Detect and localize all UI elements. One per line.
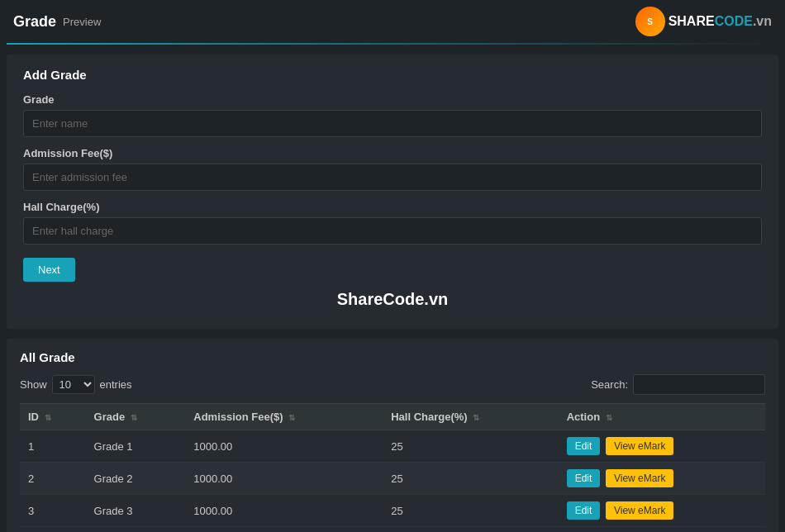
- cell-hall-charge: 25: [383, 463, 558, 495]
- logo: S SHARECODE.vn: [635, 7, 772, 36]
- cell-admission-fee: 1000.00: [185, 463, 383, 495]
- table-section-title: All Grade: [20, 350, 765, 364]
- show-entries-control: Show 10 25 50 100 entries: [20, 375, 132, 394]
- admission-fee-input[interactable]: [23, 164, 762, 191]
- entries-select[interactable]: 10 25 50 100: [52, 375, 95, 394]
- cell-hall-charge: 25: [383, 430, 558, 463]
- admission-fee-field-group: Admission Fee($): [23, 147, 762, 191]
- edit-button[interactable]: Edit: [567, 469, 601, 487]
- cell-id: 1: [20, 430, 86, 463]
- hall-charge-input[interactable]: [23, 217, 762, 245]
- cell-grade: Grade 1: [86, 430, 186, 463]
- show-label: Show: [20, 378, 47, 391]
- table-row: 2 Grade 2 1000.00 25 Edit View eMark: [20, 463, 765, 495]
- cell-hall-charge: 25: [383, 495, 558, 527]
- cell-admission-fee: 1000.00: [185, 430, 383, 463]
- logo-text: SHARECODE.vn: [668, 14, 772, 29]
- col-grade: Grade ⇅: [86, 404, 186, 430]
- grade-field-group: Grade: [23, 93, 762, 137]
- header: Grade Preview S SHARECODE.vn: [0, 0, 785, 43]
- cell-id: 2: [20, 463, 86, 495]
- watermark-text: ShareCode.vn: [23, 282, 762, 312]
- grade-input[interactable]: [23, 110, 762, 137]
- table-body: 1 Grade 1 1000.00 25 Edit View eMark 2 G…: [20, 430, 765, 527]
- search-label: Search:: [591, 378, 628, 391]
- add-grade-form: Add Grade Grade Admission Fee($) Hall Ch…: [7, 55, 778, 329]
- top-divider: [7, 43, 778, 45]
- edit-button[interactable]: Edit: [567, 437, 601, 455]
- admission-fee-label: Admission Fee($): [23, 147, 762, 159]
- page-title: Grade: [13, 13, 56, 31]
- form-section-title: Add Grade: [23, 68, 762, 82]
- col-hall-charge: Hall Charge(%) ⇅: [383, 404, 558, 430]
- table-header-row: ID ⇅ Grade ⇅ Admission Fee($) ⇅ Hall Cha…: [20, 404, 765, 430]
- cell-action: Edit View eMark: [559, 463, 765, 495]
- grade-label: Grade: [23, 93, 762, 106]
- sort-icon-admission: ⇅: [288, 413, 295, 422]
- sort-icon-action: ⇅: [606, 413, 612, 422]
- table-row: 1 Grade 1 1000.00 25 Edit View eMark: [20, 430, 765, 463]
- cell-id: 3: [20, 495, 86, 527]
- hall-charge-field-group: Hall Charge(%): [23, 201, 762, 245]
- table-controls: Show 10 25 50 100 entries Search:: [20, 374, 765, 395]
- sort-icon-hall: ⇅: [473, 413, 479, 422]
- cell-grade: Grade 3: [86, 495, 186, 527]
- grades-table: ID ⇅ Grade ⇅ Admission Fee($) ⇅ Hall Cha…: [20, 403, 765, 527]
- hall-charge-label: Hall Charge(%): [23, 201, 762, 213]
- sort-icon-grade: ⇅: [131, 413, 137, 422]
- all-grade-section: All Grade Show 10 25 50 100 entries Sear…: [7, 339, 778, 532]
- col-admission-fee: Admission Fee($) ⇅: [185, 404, 383, 430]
- sort-icon-id: ⇅: [45, 413, 51, 422]
- header-title-group: Grade Preview: [13, 13, 101, 31]
- logo-icon: S: [635, 7, 665, 36]
- edit-button[interactable]: Edit: [567, 501, 601, 520]
- entries-label: entries: [100, 378, 132, 391]
- cell-action: Edit View eMark: [559, 495, 765, 527]
- cell-admission-fee: 1000.00: [185, 495, 383, 527]
- preview-label: Preview: [63, 16, 101, 28]
- next-button[interactable]: Next: [23, 258, 75, 282]
- cell-grade: Grade 2: [86, 463, 186, 495]
- view-emark-button[interactable]: View eMark: [606, 501, 673, 520]
- cell-action: Edit View eMark: [559, 430, 765, 463]
- col-action: Action ⇅: [559, 404, 765, 430]
- table-row: 3 Grade 3 1000.00 25 Edit View eMark: [20, 495, 765, 527]
- view-emark-button[interactable]: View eMark: [606, 437, 673, 455]
- search-input[interactable]: [633, 374, 765, 395]
- view-emark-button[interactable]: View eMark: [606, 469, 673, 487]
- search-area: Search:: [591, 374, 765, 395]
- col-id: ID ⇅: [20, 404, 86, 430]
